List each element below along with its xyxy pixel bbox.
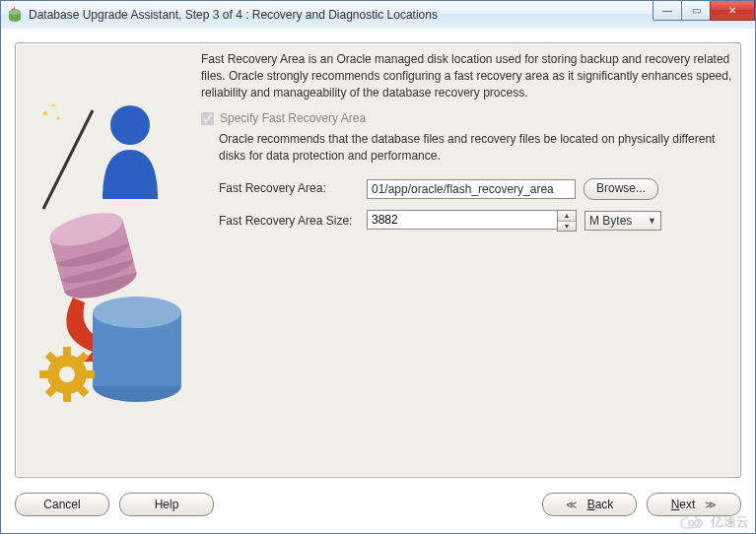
svg-point-27	[59, 367, 75, 382]
fra-path-label: Fast Recovery Area:	[219, 180, 367, 197]
back-button[interactable]: ≪ Back	[542, 493, 637, 516]
svg-point-28	[689, 521, 694, 526]
fra-path-row: Fast Recovery Area: 01/app/oracle/flash_…	[219, 178, 732, 200]
back-button-label: Back	[587, 498, 614, 511]
svg-point-7	[110, 105, 150, 145]
svg-point-29	[695, 521, 700, 526]
browse-button-label: Browse...	[596, 180, 646, 197]
chevron-down-icon: ▼	[648, 215, 656, 228]
window-controls: — ▭ ✕	[653, 1, 755, 21]
fra-size-label: Fast Recovery Area Size:	[219, 213, 367, 230]
svg-rect-20	[63, 392, 71, 402]
app-icon	[7, 7, 23, 23]
wizard-button-bar: Cancel Help ≪ Back Next ≫	[15, 490, 741, 519]
fra-size-input[interactable]	[367, 210, 557, 230]
next-button-label: Next	[671, 498, 696, 511]
close-button[interactable]: ✕	[710, 1, 755, 21]
next-button[interactable]: Next ≫	[647, 493, 741, 516]
svg-point-5	[52, 104, 55, 107]
client-area: Fast Recovery Area is an Oracle managed …	[1, 29, 755, 533]
window-title: Database Upgrade Assistant, Step 3 of 4 …	[29, 8, 755, 22]
specify-fra-label: Specify Fast Recovery Area	[220, 110, 366, 127]
cancel-button[interactable]: Cancel	[15, 493, 109, 516]
spinner-up-button[interactable]: ▲	[558, 211, 576, 222]
maximize-button[interactable]: ▭	[681, 1, 711, 21]
fra-size-row: Fast Recovery Area Size: ▲ ▼ M Bytes ▼	[219, 210, 732, 233]
fra-size-unit-select[interactable]: M Bytes ▼	[584, 211, 661, 231]
browse-button[interactable]: Browse...	[584, 178, 658, 200]
svg-rect-19	[63, 347, 71, 357]
cancel-button-label: Cancel	[43, 498, 80, 511]
svg-rect-22	[85, 370, 95, 378]
wizard-illustration	[24, 91, 181, 469]
wizard-panel: Fast Recovery Area is an Oracle managed …	[15, 42, 741, 478]
unit-selected-label: M Bytes	[589, 213, 632, 230]
help-button-label: Help	[155, 498, 179, 511]
fra-path-value-selection: cle/flash_recovery_area	[428, 181, 553, 197]
help-button[interactable]: Help	[119, 493, 214, 516]
svg-line-3	[43, 110, 93, 209]
specify-fra-checkbox[interactable]	[201, 112, 214, 125]
fra-path-input[interactable]: 01/app/oracle/flash_recovery_area	[367, 179, 576, 199]
fra-size-spinner: ▲ ▼	[367, 210, 577, 233]
maximize-icon: ▭	[692, 5, 701, 16]
intro-text: Fast Recovery Area is an Oracle managed …	[201, 51, 732, 100]
spinner-down-button[interactable]: ▼	[558, 222, 576, 232]
svg-rect-21	[39, 370, 49, 378]
svg-point-4	[43, 111, 47, 115]
next-arrow-icon: ≫	[705, 499, 717, 511]
window-frame: Database Upgrade Assistant, Step 3 of 4 …	[0, 0, 756, 534]
wizard-content: Fast Recovery Area is an Oracle managed …	[201, 51, 732, 469]
back-arrow-icon: ≪	[566, 499, 578, 511]
close-icon: ✕	[728, 5, 736, 16]
svg-point-6	[57, 117, 60, 120]
titlebar[interactable]: Database Upgrade Assistant, Step 3 of 4 …	[1, 1, 755, 30]
spinner-buttons: ▲ ▼	[557, 210, 577, 233]
minimize-icon: —	[662, 5, 672, 16]
svg-point-17	[93, 297, 181, 328]
fra-path-value-prefix: 01/app/ora	[372, 181, 428, 197]
fra-recommendation-text: Oracle recommends that the database file…	[219, 131, 732, 165]
minimize-button[interactable]: —	[653, 1, 682, 21]
specify-fra-checkbox-row: Specify Fast Recovery Area	[201, 110, 732, 127]
